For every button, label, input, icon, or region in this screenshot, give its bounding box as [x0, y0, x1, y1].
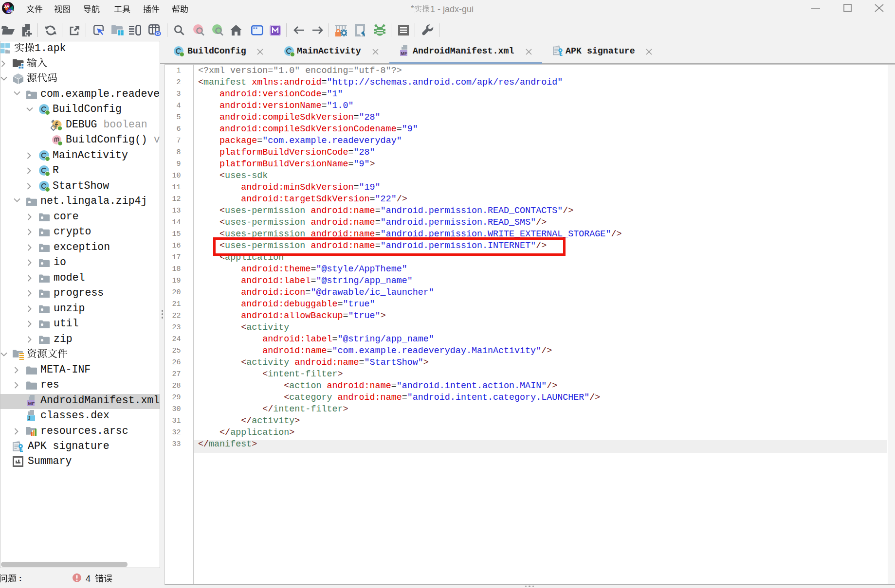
svg-text:J: J [28, 416, 31, 421]
svg-text:DX: DX [7, 8, 14, 14]
svg-text:MF: MF [401, 51, 407, 56]
svg-text:MF: MF [28, 401, 35, 406]
